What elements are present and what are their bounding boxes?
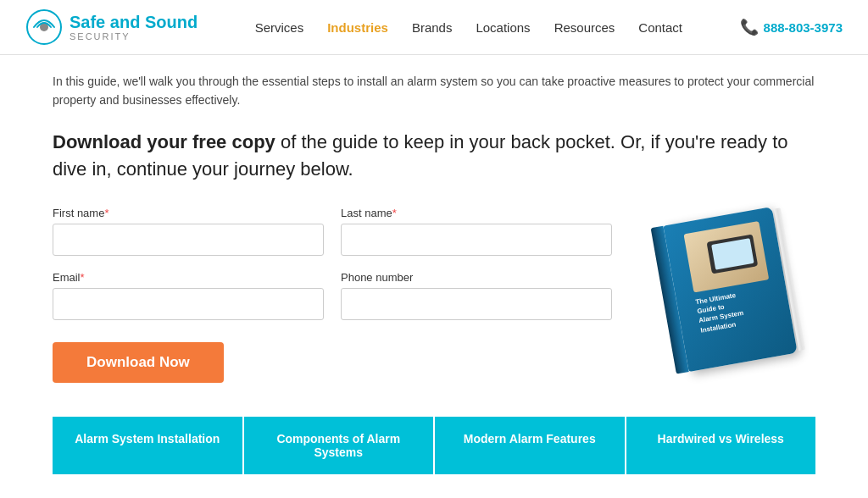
nav-industries[interactable]: Industries (327, 20, 388, 35)
phone-input[interactable] (341, 288, 612, 320)
logo-main: Safe and Sound (70, 13, 198, 31)
form-group-phone: Phone number (341, 271, 612, 320)
form-row-contact: Email* Phone number (53, 271, 612, 320)
phone-number: 888-803-3973 (764, 20, 843, 35)
logo-icon (25, 8, 63, 46)
main-content: In this guide, we'll walk you through th… (27, 55, 841, 474)
tab-hardwired-wireless[interactable]: Hardwired vs Wireless (626, 417, 816, 474)
intro-text: In this guide, we'll walk you through th… (53, 72, 815, 110)
nav-services[interactable]: Services (255, 20, 304, 35)
email-label: Email* (53, 271, 324, 284)
email-input[interactable] (53, 288, 324, 320)
required-marker: * (104, 207, 108, 219)
form-group-lastname: Last name* (341, 207, 612, 256)
book-image: The Ultimate Guide to Alarm System Insta… (649, 196, 812, 386)
content-area: First name* Last name* Email* (53, 207, 815, 383)
main-nav: Services Industries Brands Locations Res… (255, 20, 682, 35)
phone-area[interactable]: 📞 888-803-3973 (740, 18, 843, 36)
logo-text: Safe and Sound SECURITY (70, 13, 198, 42)
form-row-name: First name* Last name* (53, 207, 612, 256)
last-name-input[interactable] (341, 224, 612, 256)
form-group-email: Email* (53, 271, 324, 320)
nav-brands[interactable]: Brands (412, 20, 453, 35)
phone-icon: 📞 (740, 18, 759, 36)
last-name-label: Last name* (341, 207, 612, 219)
nav-resources[interactable]: Resources (554, 20, 615, 35)
tab-alarm-installation[interactable]: Alarm System Installation (53, 417, 244, 474)
tab-components[interactable]: Components of Alarm Systems (244, 417, 436, 474)
cta-heading: Download your free copy of the guide to … (53, 129, 815, 183)
form-area: First name* Last name* Email* (53, 207, 612, 383)
cta-heading-bold: Download your free copy (53, 131, 275, 152)
logo-sub: SECURITY (70, 31, 198, 42)
nav-locations[interactable]: Locations (476, 20, 530, 35)
logo[interactable]: Safe and Sound SECURITY (25, 8, 198, 46)
tablet-screen (711, 237, 754, 269)
tablet-icon (706, 234, 758, 274)
first-name-label: First name* (53, 207, 324, 219)
book-area: The Ultimate Guide to Alarm System Insta… (646, 207, 815, 376)
tab-modern-features[interactable]: Modern Alarm Features (435, 417, 626, 474)
bottom-tabs: Alarm System Installation Components of … (53, 417, 815, 474)
book-cover-text: The Ultimate Guide to Alarm System Insta… (695, 285, 769, 335)
book-cover-image (683, 221, 769, 293)
required-marker: * (392, 207, 397, 219)
phone-label: Phone number (341, 271, 612, 284)
required-marker: * (81, 271, 85, 284)
form-group-firstname: First name* (53, 207, 324, 256)
first-name-input[interactable] (53, 224, 324, 256)
nav-contact[interactable]: Contact (638, 20, 682, 35)
site-header: Safe and Sound SECURITY Services Industr… (0, 0, 868, 55)
download-button[interactable]: Download Now (53, 342, 224, 383)
